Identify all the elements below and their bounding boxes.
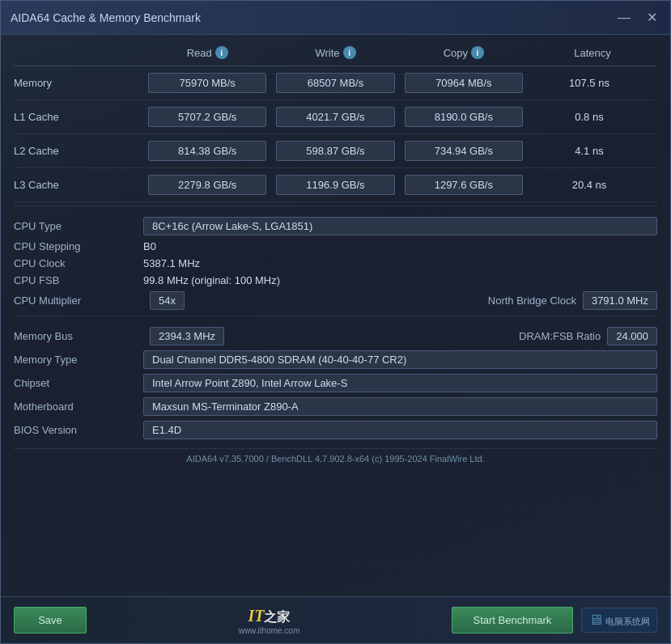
memory-bus-row: Memory Bus 2394.3 MHz DRAM:FSB Ratio 24.… [14,324,657,348]
bench-read-value: 5707.2 GB/s [148,107,266,127]
bench-row-label: Memory [14,77,143,89]
main-content: Read i Write i Copy i Latency Memory 759… [1,35,670,596]
watermark: 🖥 电脑系统网 [581,608,657,633]
close-button[interactable]: ✕ [643,10,660,26]
cpu-stepping-label: CPU Stepping [14,240,143,252]
cpu-stepping-value: B0 [143,240,657,252]
bench-row: L1 Cache 5707.2 GB/s 4021.7 GB/s 8190.0 … [14,100,657,134]
bench-latency-value: 20.4 ns [528,179,657,191]
window-title: AIDA64 Cache & Memory Benchmark [11,11,201,24]
bench-row-label: L1 Cache [14,111,143,123]
cpu-multiplier-value: 54x [150,291,185,310]
window-controls: — ✕ [614,10,660,26]
header-latency: Latency [528,47,657,59]
motherboard-row: Motherboard Maxsun MS-Terminator Z890-A [14,395,657,418]
bench-copy-value: 734.94 GB/s [405,141,523,161]
write-info-icon[interactable]: i [343,46,356,59]
bench-row-label: L2 Cache [14,145,143,157]
bench-latency-value: 4.1 ns [528,145,657,157]
copy-info-icon[interactable]: i [471,46,484,59]
column-headers: Read i Write i Copy i Latency [14,41,657,66]
cpu-type-row: CPU Type 8C+16c (Arrow Lake-S, LGA1851) [14,214,657,238]
memory-type-value: Dual Channel DDR5-4800 SDRAM (40-40-40-7… [143,350,657,369]
motherboard-label: Motherboard [14,400,143,413]
cpu-type-value: 8C+16c (Arrow Lake-S, LGA1851) [143,217,657,235]
bench-write-value: 1196.9 GB/s [276,175,394,195]
motherboard-value: Maxsun MS-Terminator Z890-A [143,397,657,416]
cpu-info-section: CPU Type 8C+16c (Arrow Lake-S, LGA1851) … [14,214,657,312]
main-window: AIDA64 Cache & Memory Benchmark — ✕ Read… [0,0,671,644]
memory-type-label: Memory Type [14,354,143,366]
cpu-clock-label: CPU Clock [14,257,143,269]
memory-bus-label: Memory Bus [14,330,143,342]
bench-read-value: 75970 MB/s [148,73,266,93]
bench-copy-value: 8190.0 GB/s [405,107,523,127]
cpu-stepping-row: CPU Stepping B0 [14,238,657,255]
bench-row: L2 Cache 814.38 GB/s 598.87 GB/s 734.94 … [14,134,657,168]
cpu-fsb-value: 99.8 MHz (original: 100 MHz) [143,274,657,286]
chipset-row: Chipset Intel Arrow Point Z890, Intel Ar… [14,371,657,395]
bench-write-value: 68507 MB/s [276,73,394,93]
chipset-label: Chipset [14,377,143,389]
bench-latency-value: 0.8 ns [528,111,657,123]
dram-fsb-label: DRAM:FSB Ratio [519,330,601,342]
memory-type-row: Memory Type Dual Channel DDR5-4800 SDRAM… [14,348,657,371]
chipset-value: Intel Arrow Point Z890, Intel Arrow Lake… [143,374,657,392]
bench-read-value: 2279.8 GB/s [148,175,266,195]
north-bridge-value: 3791.0 MHz [583,291,657,310]
logo-sub: www.ithome.com [239,626,300,635]
cpu-fsb-label: CPU FSB [14,274,143,286]
cpu-multiplier-row: CPU Multiplier 54x North Bridge Clock 37… [14,289,657,312]
bench-copy-value: 1297.6 GB/s [405,175,523,195]
bottom-bar: Save IT之家 www.ithome.com Start Benchmark… [1,596,670,643]
bios-label: BIOS Version [14,424,143,436]
bench-row: Memory 75970 MB/s 68507 MB/s 70964 MB/s … [14,66,657,100]
cpu-clock-row: CPU Clock 5387.1 MHz [14,255,657,272]
read-info-icon[interactable]: i [215,46,228,59]
minimize-button[interactable]: — [614,10,634,26]
cpu-multiplier-label: CPU Multiplier [14,294,143,307]
watermark-text: 🖥 电脑系统网 [581,608,657,633]
bios-row: BIOS Version E1.4D [14,418,657,442]
header-read: Read i [143,46,271,59]
dram-fsb-value: 24.000 [607,327,657,345]
memory-bus-value: 2394.3 MHz [150,327,224,345]
memory-info-section: Memory Bus 2394.3 MHz DRAM:FSB Ratio 24.… [14,324,657,442]
bench-read-value: 814.38 GB/s [148,141,266,161]
bench-row: L3 Cache 2279.8 GB/s 1196.9 GB/s 1297.6 … [14,168,657,202]
cpu-type-label: CPU Type [14,220,143,232]
logo-main: IT之家 [248,605,290,626]
title-bar: AIDA64 Cache & Memory Benchmark — ✕ [1,1,670,35]
bench-row-label: L3 Cache [14,179,143,191]
bench-latency-value: 107.5 ns [528,77,657,89]
footer-text: AIDA64 v7.35.7000 / BenchDLL 4.7.902.8-x… [14,448,657,467]
start-benchmark-button[interactable]: Start Benchmark [452,607,573,633]
bench-write-value: 4021.7 GB/s [276,107,394,127]
cpu-clock-value: 5387.1 MHz [143,257,657,269]
benchmark-rows: Memory 75970 MB/s 68507 MB/s 70964 MB/s … [14,66,657,202]
bench-copy-value: 70964 MB/s [405,73,523,93]
north-bridge-label: North Bridge Clock [488,294,576,307]
header-write: Write i [271,46,399,59]
header-copy: Copy i [400,46,528,59]
save-button[interactable]: Save [14,607,87,633]
logo-area: IT之家 www.ithome.com [95,605,444,635]
bench-write-value: 598.87 GB/s [276,141,394,161]
cpu-fsb-row: CPU FSB 99.8 MHz (original: 100 MHz) [14,272,657,289]
bios-value: E1.4D [143,421,657,439]
